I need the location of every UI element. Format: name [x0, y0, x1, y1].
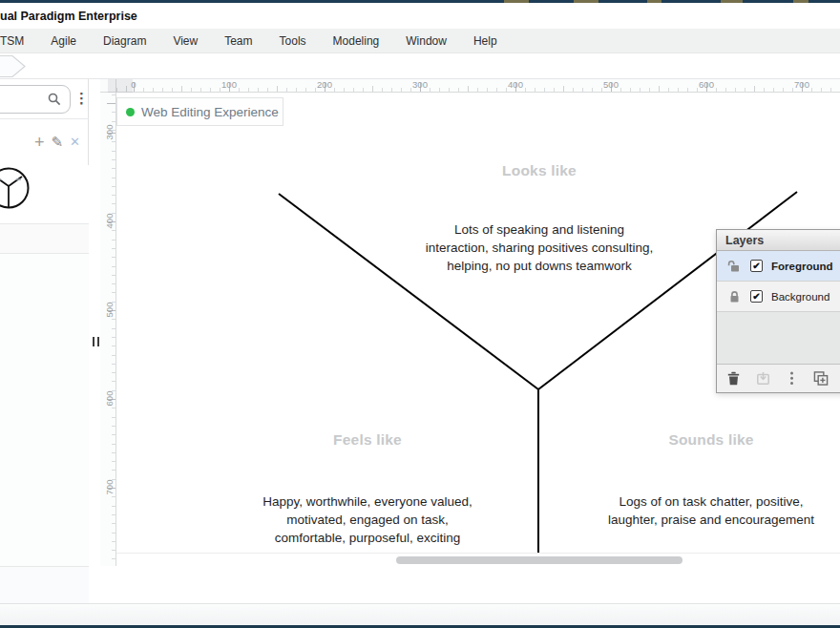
menu-item-tsm[interactable]: TSM [0, 34, 37, 48]
toolbar-row [0, 53, 840, 78]
duplicate-layer-icon[interactable] [813, 371, 829, 387]
section-body-looks-like[interactable]: Lots of speaking and listeninginteractio… [368, 220, 711, 275]
layers-panel-title: Layers [725, 234, 764, 247]
panel-lower-area [0, 254, 89, 566]
section-body-line: Logs of on task chatter, positive, [539, 492, 840, 511]
panel-bottom-area [0, 566, 89, 604]
splitter-handle[interactable] [93, 337, 99, 346]
h-ruler-label: 500 [603, 79, 619, 90]
panel-more-icon[interactable]: ⋮ [74, 91, 89, 105]
section-body-line: Lots of speaking and listening [368, 220, 711, 239]
h-ruler-label: 700 [794, 79, 809, 90]
section-body-line: helping, no put downs teamwork [368, 257, 711, 275]
layer-visibility-checkbox[interactable]: ✔ [750, 260, 763, 272]
layers-panel: Layers ✔Foreground✔Background [716, 229, 840, 393]
lock-icon[interactable] [726, 289, 742, 304]
shape-panel: ⋮ + ✎ ✕ [0, 79, 89, 604]
menu-item-help[interactable]: Help [460, 34, 511, 48]
panel-section-band [0, 223, 89, 254]
more-options-icon[interactable] [786, 371, 798, 387]
menu-item-tools[interactable]: Tools [266, 34, 320, 48]
section-body-line: laughter, praise and encouragement [539, 511, 840, 529]
v-ruler-label: 300 [104, 124, 115, 140]
vertical-ruler: 300400500600700 [100, 93, 116, 566]
section-title-looks-like[interactable]: Looks like [502, 162, 577, 179]
section-title-sounds-like[interactable]: Sounds like [668, 431, 753, 449]
tab-status-icon [126, 108, 135, 116]
v-ruler-label: 700 [104, 479, 115, 495]
menu-item-diagram[interactable]: Diagram [90, 34, 159, 48]
layer-name: Background [771, 291, 830, 303]
v-ruler-label: 500 [104, 302, 115, 318]
menubar: TSMAgileDiagramViewTeamToolsModelingWind… [0, 29, 840, 53]
h-ruler-label: 400 [508, 79, 523, 90]
search-input[interactable] [0, 85, 71, 114]
unlock-icon[interactable] [726, 259, 742, 274]
app-window: ual Paradigm Enterprise TSMAgileDiagramV… [0, 0, 840, 628]
ychart-thumbnail-item[interactable] [0, 165, 89, 223]
layer-row-foreground[interactable]: ✔Foreground [717, 251, 840, 282]
add-shape-icon[interactable]: + [34, 135, 45, 150]
breadcrumb-arrow-icon[interactable] [0, 54, 31, 79]
horizontal-scrollbar-thumb[interactable] [396, 556, 682, 564]
layers-panel-header[interactable]: Layers [717, 230, 840, 251]
layers-empty-area [717, 312, 840, 364]
tab-label: Web Editing Experience [141, 105, 279, 119]
section-body-line: Happy, worthwhile, everyone valued, [196, 492, 539, 511]
layer-row-background[interactable]: ✔Background [717, 282, 840, 312]
panel-actions: + ✎ ✕ [0, 118, 89, 165]
v-ruler-label: 600 [104, 390, 115, 407]
section-body-sounds-like[interactable]: Logs of on task chatter, positive,laught… [539, 492, 840, 529]
diagram-tab[interactable]: Web Editing Experience [116, 97, 284, 126]
menu-item-agile[interactable]: Agile [37, 34, 90, 48]
merge-down-icon[interactable] [756, 371, 770, 387]
layers-toolbar [717, 364, 840, 392]
workspace: ⋮ + ✎ ✕ [0, 78, 840, 603]
h-ruler-label: 300 [412, 79, 428, 90]
ruler-origin-block [108, 79, 133, 93]
menu-item-modeling[interactable]: Modeling [320, 34, 393, 48]
section-body-line: motivated, engaged on task, [196, 511, 539, 529]
layer-name: Foreground [771, 261, 833, 272]
edit-shape-icon[interactable]: ✎ [52, 134, 64, 151]
ychart-icon [0, 166, 43, 212]
section-body-line: interaction, sharing positives consultin… [368, 239, 711, 257]
menu-item-team[interactable]: Team [211, 34, 265, 48]
v-ruler-label: 400 [104, 213, 115, 229]
close-icon[interactable]: ✕ [70, 135, 80, 149]
trash-icon[interactable] [726, 371, 741, 387]
h-ruler-label: 200 [317, 79, 332, 90]
menu-item-view[interactable]: View [159, 34, 211, 48]
search-icon [48, 93, 62, 107]
titlebar: ual Paradigm Enterprise [0, 3, 840, 29]
window-title: ual Paradigm Enterprise [0, 10, 137, 23]
section-title-feels-like[interactable]: Feels like [333, 431, 402, 449]
h-ruler-label: 600 [699, 79, 714, 90]
section-body-line: comfortable, purposeful, exciting [196, 529, 539, 547]
section-body-feels-like[interactable]: Happy, worthwhile, everyone valued,motiv… [196, 492, 539, 547]
page-edge [116, 553, 840, 554]
horizontal-ruler: 0100200300400500600700 [116, 79, 840, 93]
panel-splitter [89, 79, 100, 604]
h-ruler-label: 100 [221, 79, 237, 90]
menu-item-window[interactable]: Window [392, 34, 460, 48]
layer-visibility-checkbox[interactable]: ✔ [750, 290, 763, 303]
status-bar [0, 603, 840, 625]
